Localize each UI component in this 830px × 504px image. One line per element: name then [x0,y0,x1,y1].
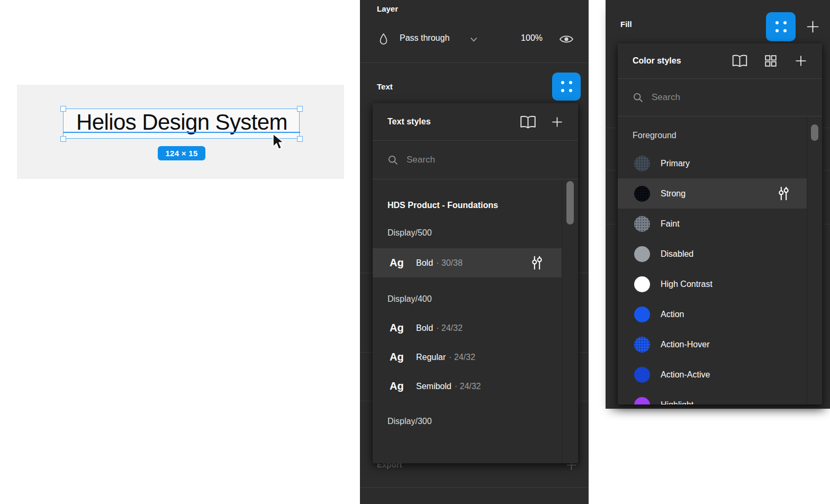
text-styles-list: HDS Product - Foundations Display/500 Ag… [373,179,578,463]
style-sample: Ag [390,322,416,334]
grid-view-icon[interactable] [764,54,778,68]
text-style-option[interactable]: Ag Regular · 24/32 [373,343,562,372]
style-section-label: Display/400 [387,294,563,304]
style-sample: Ag [390,351,416,363]
style-section-label: Display/500 [387,228,563,238]
fill-section-title: Fill [620,20,632,29]
blend-mode-row: Pass through 100% [360,30,589,51]
text-styles-toggle-button[interactable] [552,73,581,101]
color-styles-toggle-button[interactable] [766,12,796,41]
color-group-label: Foreground [633,131,807,140]
edit-style-sliders-icon[interactable] [778,186,790,201]
style-sample: Ag [390,257,416,269]
color-swatch [634,216,650,232]
color-styles-search[interactable] [618,79,822,116]
selection-handle-nw[interactable] [60,106,66,112]
four-dots-icon [775,21,787,32]
chevron-down-icon [470,37,477,42]
color-style-option[interactable]: Highlight [618,390,807,404]
visibility-eye-icon[interactable] [559,34,574,44]
divider [360,62,589,63]
selection-handle-se[interactable] [297,136,303,142]
color-swatch [634,307,650,322]
color-style-option[interactable]: High Contrast [618,269,807,299]
blend-mode-droplet-icon [379,33,388,46]
color-style-option[interactable]: Primary [618,148,807,178]
edit-style-sliders-icon[interactable] [531,256,543,270]
color-style-option[interactable]: Disabled [618,239,807,269]
color-swatch [634,156,650,172]
design-canvas[interactable]: Helios Design System 124 × 15 [17,85,344,179]
selection-handle-sw[interactable] [60,136,66,142]
fill-panel: Fill Color styles [606,0,830,409]
search-icon [387,155,399,166]
style-group-title: HDS Product - Foundations [387,201,563,210]
add-style-icon[interactable] [795,55,807,67]
canvas-text-node[interactable]: Helios Design System [64,106,300,139]
text-styles-search-input[interactable] [407,155,563,165]
color-swatch [634,186,650,202]
color-swatch [634,276,650,292]
scrollbar-track [562,179,562,463]
color-swatch [634,246,650,262]
mouse-cursor-icon [272,133,285,152]
selection-handle-ne[interactable] [297,106,303,112]
color-swatch [634,367,650,383]
color-style-option[interactable]: Action-Active [618,359,807,390]
library-book-icon[interactable] [519,115,537,129]
color-styles-menu: Color styles [618,43,822,404]
layer-section-title: Layer [377,4,398,13]
search-icon [633,92,644,103]
color-styles-list: Foreground Primary Strong [618,116,822,404]
color-style-option[interactable]: Action [618,299,807,329]
text-style-option[interactable]: Ag Bold · 30/38 [373,248,562,277]
color-styles-search-input[interactable] [652,92,807,103]
text-styles-search[interactable] [373,141,578,179]
add-fill-button[interactable] [806,20,820,34]
divider [360,487,589,488]
scrollbar-thumb[interactable] [811,124,818,141]
blend-mode-select[interactable]: Pass through [400,33,449,43]
scrollbar-thumb[interactable] [566,181,574,224]
scrollbar-track [807,116,807,404]
four-dots-icon [561,81,572,92]
style-sample: Ag [390,380,416,392]
color-style-option[interactable]: Strong [618,178,807,209]
properties-panel: Layer Pass through 100% Text Export Text… [360,0,589,504]
text-style-option[interactable]: Ag Semibold · 24/32 [373,372,562,401]
text-baseline-indicator [63,132,300,133]
size-badge: 124 × 15 [158,146,205,160]
add-style-icon[interactable] [551,116,563,128]
text-styles-menu: Text styles HDS Product - Foundations [373,103,578,463]
color-styles-menu-title: Color styles [633,56,732,66]
text-style-option[interactable]: Ag Bold · 24/32 [373,313,562,343]
text-section-title: Text [377,82,393,91]
color-swatch [634,397,650,405]
color-style-option[interactable]: Faint [618,209,807,239]
opacity-field[interactable]: 100% [503,33,543,43]
color-swatch [634,337,650,353]
text-styles-menu-title: Text styles [387,117,519,127]
library-book-icon[interactable] [732,54,748,68]
color-style-option[interactable]: Action-Hover [618,329,807,359]
style-section-label: Display/300 [387,417,563,426]
